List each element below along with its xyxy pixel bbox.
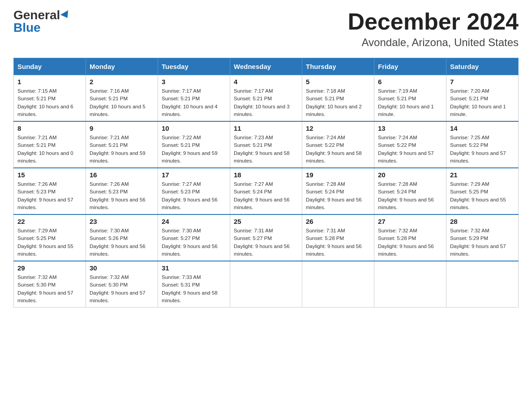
day-info: Sunrise: 7:28 AMSunset: 5:24 PMDaylight:… [378,180,442,211]
calendar-cell [302,261,374,308]
day-number: 27 [378,218,442,225]
day-number: 10 [162,124,226,132]
day-number: 23 [90,218,154,225]
day-info: Sunrise: 7:21 AMSunset: 5:21 PMDaylight:… [17,134,82,165]
day-number: 5 [306,78,370,86]
day-number: 7 [450,78,515,86]
calendar-cell [230,261,302,308]
day-number: 19 [306,171,370,179]
calendar-cell: 24Sunrise: 7:30 AMSunset: 5:27 PMDayligh… [158,214,230,261]
header-monday: Monday [86,58,158,75]
calendar-cell: 9Sunrise: 7:21 AMSunset: 5:21 PMDaylight… [86,121,158,168]
calendar-cell [374,261,446,308]
day-info: Sunrise: 7:24 AMSunset: 5:22 PMDaylight:… [306,134,370,165]
calendar-cell: 17Sunrise: 7:27 AMSunset: 5:23 PMDayligh… [158,168,230,214]
calendar-cell: 13Sunrise: 7:24 AMSunset: 5:22 PMDayligh… [374,121,446,168]
day-info: Sunrise: 7:32 AMSunset: 5:28 PMDaylight:… [378,227,442,258]
header-tuesday: Tuesday [158,58,230,75]
day-info: Sunrise: 7:23 AMSunset: 5:21 PMDaylight:… [234,134,298,165]
day-info: Sunrise: 7:33 AMSunset: 5:31 PMDaylight:… [162,274,226,304]
day-number: 18 [234,171,298,179]
calendar-cell: 27Sunrise: 7:32 AMSunset: 5:28 PMDayligh… [374,214,446,261]
day-number: 16 [90,171,154,179]
calendar-cell: 14Sunrise: 7:25 AMSunset: 5:22 PMDayligh… [446,121,519,168]
calendar-cell: 10Sunrise: 7:22 AMSunset: 5:21 PMDayligh… [158,121,230,168]
calendar-cell: 30Sunrise: 7:32 AMSunset: 5:30 PMDayligh… [86,261,158,308]
day-info: Sunrise: 7:16 AMSunset: 5:21 PMDaylight:… [90,87,154,118]
day-number: 28 [450,218,515,225]
calendar-cell: 18Sunrise: 7:27 AMSunset: 5:24 PMDayligh… [230,168,302,214]
calendar-header-row: SundayMondayTuesdayWednesdayThursdayFrid… [14,58,519,75]
title-block: December 2024 Avondale, Arizona, United … [348,9,519,49]
day-number: 13 [378,124,442,132]
calendar-cell: 6Sunrise: 7:19 AMSunset: 5:21 PMDaylight… [374,75,446,122]
day-number: 12 [306,124,370,132]
day-info: Sunrise: 7:30 AMSunset: 5:27 PMDaylight:… [162,227,226,258]
calendar-week-row: 22Sunrise: 7:29 AMSunset: 5:25 PMDayligh… [14,214,519,261]
day-info: Sunrise: 7:17 AMSunset: 5:21 PMDaylight:… [234,87,298,118]
logo: General Blue [13,9,70,34]
calendar-cell: 16Sunrise: 7:26 AMSunset: 5:23 PMDayligh… [86,168,158,214]
calendar-cell: 8Sunrise: 7:21 AMSunset: 5:21 PMDaylight… [14,121,86,168]
page-subtitle: Avondale, Arizona, United States [348,36,519,49]
day-info: Sunrise: 7:32 AMSunset: 5:29 PMDaylight:… [450,227,515,258]
day-number: 1 [17,78,82,86]
calendar-cell: 4Sunrise: 7:17 AMSunset: 5:21 PMDaylight… [230,75,302,122]
day-info: Sunrise: 7:22 AMSunset: 5:21 PMDaylight:… [162,134,226,165]
day-info: Sunrise: 7:27 AMSunset: 5:23 PMDaylight:… [162,180,226,211]
day-number: 11 [234,124,298,132]
calendar-cell: 23Sunrise: 7:30 AMSunset: 5:26 PMDayligh… [86,214,158,261]
day-number: 14 [450,124,515,132]
day-number: 2 [90,78,154,86]
day-number: 8 [17,124,82,132]
logo-general: General [13,9,60,21]
day-info: Sunrise: 7:28 AMSunset: 5:24 PMDaylight:… [306,180,370,211]
header-thursday: Thursday [302,58,374,75]
day-number: 17 [162,171,226,179]
day-info: Sunrise: 7:17 AMSunset: 5:21 PMDaylight:… [162,87,226,118]
day-number: 9 [90,124,154,132]
day-number: 21 [450,171,515,179]
logo-triangle-icon [60,10,71,20]
calendar-cell: 26Sunrise: 7:31 AMSunset: 5:28 PMDayligh… [302,214,374,261]
day-info: Sunrise: 7:30 AMSunset: 5:26 PMDaylight:… [90,227,154,258]
calendar-cell: 15Sunrise: 7:26 AMSunset: 5:23 PMDayligh… [14,168,86,214]
day-info: Sunrise: 7:19 AMSunset: 5:21 PMDaylight:… [378,87,442,118]
day-number: 3 [162,78,226,86]
day-info: Sunrise: 7:26 AMSunset: 5:23 PMDaylight:… [90,180,154,211]
day-info: Sunrise: 7:31 AMSunset: 5:28 PMDaylight:… [306,227,370,258]
page-header: General Blue December 2024 Avondale, Ari… [13,9,519,49]
day-info: Sunrise: 7:31 AMSunset: 5:27 PMDaylight:… [234,227,298,258]
day-number: 26 [306,218,370,225]
calendar-cell: 21Sunrise: 7:29 AMSunset: 5:25 PMDayligh… [446,168,519,214]
day-number: 4 [234,78,298,86]
calendar-cell: 22Sunrise: 7:29 AMSunset: 5:25 PMDayligh… [14,214,86,261]
header-friday: Friday [374,58,446,75]
calendar-cell: 12Sunrise: 7:24 AMSunset: 5:22 PMDayligh… [302,121,374,168]
day-number: 20 [378,171,442,179]
day-info: Sunrise: 7:27 AMSunset: 5:24 PMDaylight:… [234,180,298,211]
day-info: Sunrise: 7:25 AMSunset: 5:22 PMDaylight:… [450,134,515,165]
day-info: Sunrise: 7:32 AMSunset: 5:30 PMDaylight:… [90,274,154,304]
calendar-week-row: 8Sunrise: 7:21 AMSunset: 5:21 PMDaylight… [14,121,519,168]
day-info: Sunrise: 7:32 AMSunset: 5:30 PMDaylight:… [17,274,82,304]
calendar-cell: 31Sunrise: 7:33 AMSunset: 5:31 PMDayligh… [158,261,230,308]
day-info: Sunrise: 7:20 AMSunset: 5:21 PMDaylight:… [450,87,515,118]
header-wednesday: Wednesday [230,58,302,75]
calendar-cell: 2Sunrise: 7:16 AMSunset: 5:21 PMDaylight… [86,75,158,122]
calendar-cell: 3Sunrise: 7:17 AMSunset: 5:21 PMDaylight… [158,75,230,122]
header-sunday: Sunday [14,58,86,75]
calendar-table: SundayMondayTuesdayWednesdayThursdayFrid… [13,58,519,308]
day-info: Sunrise: 7:26 AMSunset: 5:23 PMDaylight:… [17,180,82,211]
day-info: Sunrise: 7:21 AMSunset: 5:21 PMDaylight:… [90,134,154,165]
calendar-cell: 5Sunrise: 7:18 AMSunset: 5:21 PMDaylight… [302,75,374,122]
day-number: 30 [90,264,154,272]
calendar-cell: 25Sunrise: 7:31 AMSunset: 5:27 PMDayligh… [230,214,302,261]
day-number: 15 [17,171,82,179]
day-info: Sunrise: 7:15 AMSunset: 5:21 PMDaylight:… [17,87,82,118]
day-number: 25 [234,218,298,225]
calendar-cell: 1Sunrise: 7:15 AMSunset: 5:21 PMDaylight… [14,75,86,122]
calendar-cell: 29Sunrise: 7:32 AMSunset: 5:30 PMDayligh… [14,261,86,308]
day-number: 29 [17,264,82,272]
day-number: 24 [162,218,226,225]
